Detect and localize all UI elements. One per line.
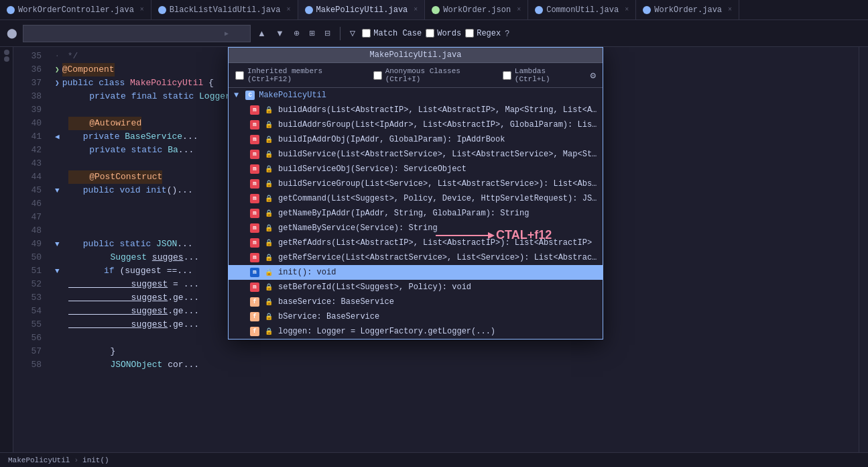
tab-blacklistvalidutil[interactable]: BlackListValidUtil.java ×	[151, 0, 298, 20]
words-option[interactable]: Words	[426, 29, 461, 38]
line-num: 58	[13, 358, 42, 372]
tab-workorderjson[interactable]: WorkOrder.json ×	[425, 0, 528, 20]
anonymous-classes-option[interactable]: Anonymous Classes (Ctrl+I)	[373, 67, 493, 83]
match-case-checkbox[interactable]	[362, 29, 371, 38]
regex-option[interactable]: Regex	[465, 29, 501, 38]
anonymous-label: Anonymous Classes (Ctrl+I)	[385, 67, 493, 83]
code-text: suggest	[68, 305, 168, 318]
method-icon: m	[250, 135, 259, 144]
code-text: if	[62, 264, 120, 278]
words-checkbox[interactable]	[426, 29, 434, 38]
popup-options-bar: Inherited members (Ctrl+F12) Anonymous C…	[229, 63, 603, 88]
tab-close[interactable]: ×	[414, 6, 418, 13]
search-cols-button[interactable]: ⊟	[322, 28, 333, 39]
lock-icon: 🔒	[265, 195, 273, 203]
line-num: 35	[13, 50, 42, 63]
list-item[interactable]: m 🔒 buildServiceGroup(List<Service>, Lis…	[229, 176, 603, 191]
sidebar-dot	[4, 50, 9, 55]
class-icon: C	[245, 91, 255, 100]
code-text: @PostConstruct	[68, 170, 162, 184]
method-icon: m	[250, 253, 259, 262]
line-num: 51	[13, 264, 42, 278]
list-item[interactable]: f 🔒 bService: BaseService	[229, 309, 603, 324]
tab-close[interactable]: ×	[728, 6, 732, 13]
line-numbers: 35 36 37 38 39 40 41 42 43 44 45 46 47 4…	[13, 47, 47, 452]
match-case-option[interactable]: Match Case	[362, 29, 422, 38]
list-item[interactable]: m 🔒 buildServiceObj(Service): ServiceObj…	[229, 162, 603, 176]
search-input[interactable]	[27, 29, 222, 38]
list-item[interactable]: m 🔒 getRefService(List<AbstractService>,…	[229, 250, 603, 265]
lock-icon: 🔒	[265, 180, 273, 188]
search-up-button[interactable]: ▲	[255, 27, 269, 40]
search-down-button[interactable]: ▼	[273, 27, 287, 40]
list-item[interactable]: m 🔒 setBeforeId(List<Suggest>, Policy): …	[229, 280, 603, 295]
tab-label: MakePolicyUtil.java	[316, 5, 408, 15]
code-line: JSONObject cor...	[55, 358, 859, 372]
line-num: 37	[13, 76, 42, 90]
list-item[interactable]: m 🔒 buildAddrsGroup(List<IpAddr>, List<A…	[229, 117, 603, 132]
anonymous-checkbox[interactable]	[373, 71, 382, 80]
list-item[interactable]: f 🔒 loggen: Logger = LoggerFactory.getLo…	[229, 324, 603, 339]
code-text: = ...	[168, 278, 199, 291]
field-icon: f	[250, 312, 259, 321]
item-text: buildService(List<AbstractService>, List…	[278, 150, 597, 159]
list-item-init[interactable]: m 🔒 init(): void	[229, 265, 603, 280]
code-line: }	[55, 345, 859, 358]
gear-icon[interactable]: ⚙	[591, 70, 596, 81]
code-text: ...	[182, 130, 198, 144]
help-button[interactable]: ?	[505, 29, 509, 38]
regex-checkbox[interactable]	[465, 29, 474, 38]
code-text: MakePolicyUtil	[130, 76, 208, 90]
search-target-button[interactable]: ⊕	[291, 28, 302, 39]
code-text: public static	[62, 238, 156, 251]
lock-icon: 🔒	[265, 254, 273, 262]
code-text: init	[145, 184, 166, 197]
fold-icon: ⬝	[55, 50, 60, 63]
popup-list: ▼ C MakePolicyUtil m 🔒 buildAddrs(List<A…	[229, 88, 603, 339]
indent-space	[55, 251, 66, 264]
code-content: ⬝ */ ❯ @Component ❯ public class MakePol…	[47, 47, 859, 452]
tab-workordercontroller[interactable]: WorkOrderController.java ×	[0, 0, 151, 20]
sidebar-dot	[4, 56, 9, 62]
tab-commonutil[interactable]: CommonUtil.java ×	[528, 0, 636, 20]
search-options-button[interactable]: ⊞	[306, 28, 318, 39]
tab-close[interactable]: ×	[517, 6, 521, 13]
code-text: (suggest ==...	[119, 264, 192, 278]
tab-close[interactable]: ×	[140, 6, 144, 13]
code-text: suggest	[68, 278, 168, 291]
lambdas-checkbox[interactable]	[503, 71, 511, 80]
method-icon: m	[250, 268, 259, 277]
list-item[interactable]: m 🔒 buildAddrs(List<AbstractIP>, List<Ab…	[229, 103, 603, 117]
list-item[interactable]: f 🔒 baseService: BaseService	[229, 295, 603, 309]
tab-label: BlackListValidUtil.java	[170, 5, 281, 15]
indent-space	[55, 90, 66, 103]
list-item[interactable]: m 🔒 buildService(List<AbstractService>, …	[229, 147, 603, 162]
lambdas-option[interactable]: Lambdas (Ctrl+L)	[503, 67, 581, 83]
fold-icon: ▼	[55, 238, 60, 251]
line-num: 47	[13, 211, 42, 224]
tab-makepolicyutil[interactable]: MakePolicyUtil.java ×	[298, 0, 426, 20]
inherited-members-option[interactable]: Inherited members (Ctrl+F12)	[235, 67, 364, 83]
match-case-label: Match Case	[373, 29, 422, 38]
lock-icon: 🔒	[265, 150, 273, 158]
inherited-members-checkbox[interactable]	[235, 71, 244, 80]
editor-area: 35 36 37 38 39 40 41 42 43 44 45 46 47 4…	[0, 47, 868, 452]
tab-close[interactable]: ×	[625, 6, 629, 13]
code-text: .ge...	[168, 291, 199, 305]
code-text: class	[99, 76, 130, 90]
line-num: 55	[13, 318, 42, 331]
words-label: Words	[437, 29, 461, 38]
bookmark-icon: ❯	[55, 76, 60, 90]
list-item[interactable]: m 🔒 getCommand(List<Suggest>, Policy, De…	[229, 191, 603, 206]
code-text: static	[162, 90, 199, 103]
tab-close[interactable]: ×	[286, 6, 290, 13]
right-gutter	[859, 47, 868, 452]
field-icon: f	[250, 327, 259, 336]
filter-icon[interactable]: ▽	[347, 26, 358, 40]
list-item[interactable]: m 🔒 getNameByIpAddr(IpAddr, String, Glob…	[229, 206, 603, 221]
line-num: 41	[13, 130, 42, 144]
tab-workorder[interactable]: WorkOrder.java ×	[636, 0, 739, 20]
indent-space	[55, 278, 66, 291]
popup-item-class[interactable]: ▼ C MakePolicyUtil	[229, 88, 603, 103]
list-item[interactable]: m 🔒 buildIpAddrObj(IpAddr, GlobalParam):…	[229, 132, 603, 147]
